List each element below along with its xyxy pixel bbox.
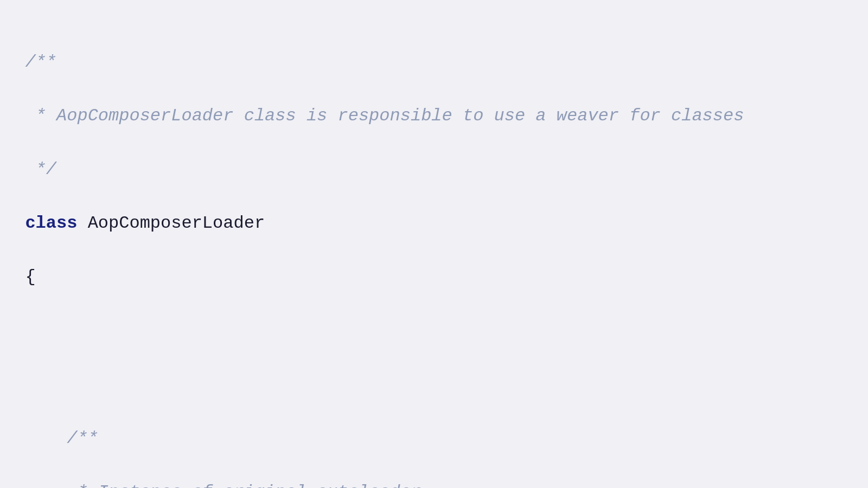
inner-comment-instance: * Instance of original autoloader (25, 482, 421, 488)
code-editor: /** * AopComposerLoader class is respons… (4, 22, 868, 488)
line-comment-body: * AopComposerLoader class is responsible… (25, 106, 754, 126)
line-comment-open: /** (25, 52, 56, 72)
class-name: AopComposerLoader (77, 213, 265, 233)
inner-comment-open: /** (25, 428, 98, 448)
brace-open: { (25, 267, 35, 287)
keyword-class: class (25, 213, 77, 233)
line-comment-close: */ (25, 159, 56, 179)
